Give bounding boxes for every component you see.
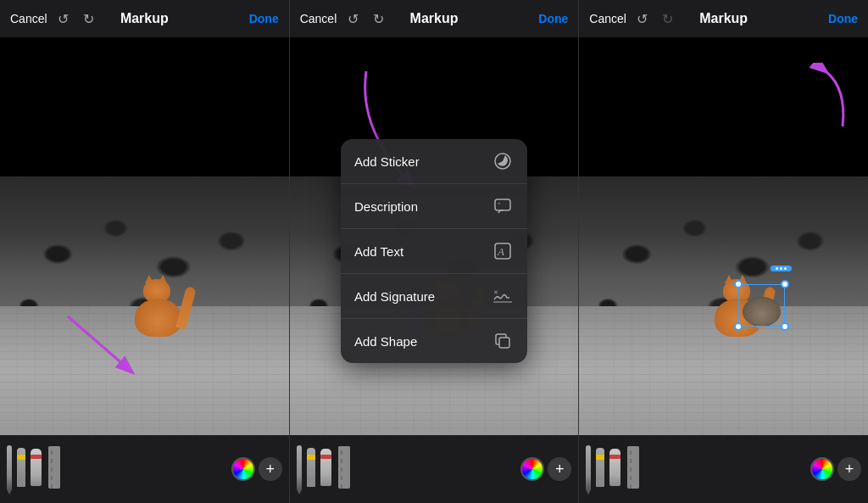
text-icon: A	[492, 240, 514, 262]
handle-br[interactable]	[781, 322, 789, 331]
tool-thin-pen-1[interactable]	[7, 445, 12, 493]
tool-ruler-2[interactable]	[338, 446, 350, 492]
color-wheel-3[interactable]	[810, 457, 834, 481]
handle-tl[interactable]	[734, 280, 743, 288]
handle-tr[interactable]	[781, 280, 789, 288]
add-signature-label: Add Signature	[354, 289, 435, 304]
bowl-shape	[743, 297, 781, 327]
tool-thin-pen-3[interactable]	[586, 445, 591, 493]
tool-marker-yellow-2[interactable]	[307, 448, 315, 490]
menu-item-add-signature[interactable]: Add Signature ✕	[341, 274, 527, 319]
panel-2: Cancel ↺ ↻ Markup Done	[290, 0, 580, 503]
shape-context-menu-btn[interactable]	[771, 265, 792, 271]
cancel-button-1[interactable]: Cancel	[10, 12, 47, 25]
add-text-label: Add Text	[354, 244, 403, 259]
toolbar-1: +	[0, 435, 289, 503]
redo-icon-1[interactable]: ↻	[80, 9, 98, 28]
cancel-button-3[interactable]: Cancel	[589, 12, 626, 25]
menu-item-add-sticker[interactable]: Add Sticker	[341, 139, 527, 184]
svg-text:A: A	[497, 245, 504, 258]
add-shape-label: Add Shape	[354, 334, 417, 349]
done-button-1[interactable]: Done	[249, 12, 279, 25]
topbar-1: Cancel ↺ ↻ Markup Done	[0, 0, 289, 37]
tool-thin-pen-2[interactable]	[297, 445, 302, 493]
topbar-title-1: Markup	[120, 11, 169, 26]
shape-icon	[492, 330, 514, 352]
signature-icon: ✕	[492, 285, 514, 307]
svg-text:✕: ✕	[493, 289, 498, 295]
cat-photo-3	[579, 176, 868, 435]
toolbar-3: +	[579, 435, 868, 503]
color-wheel-1[interactable]	[231, 457, 255, 481]
undo-icon-1[interactable]: ↺	[54, 9, 73, 28]
svg-rect-25	[627, 446, 639, 489]
description-label: Description	[354, 199, 418, 214]
menu-item-add-text[interactable]: Add Text A	[341, 229, 527, 274]
topbar-2: Cancel ↺ ↻ Markup Done	[290, 0, 579, 37]
quote-icon: "	[492, 195, 514, 217]
plus-button-1[interactable]: +	[259, 457, 282, 481]
svg-rect-2	[48, 446, 60, 489]
topbar-3: Cancel ↺ ↻ Markup Done	[579, 0, 868, 37]
topbar-title-3: Markup	[699, 11, 748, 26]
redo-icon-2[interactable]: ↻	[369, 9, 387, 28]
image-area-3	[579, 37, 868, 435]
image-area-1	[0, 37, 289, 435]
tool-marker-yellow-1[interactable]	[17, 448, 25, 490]
toolbar-2: +	[290, 435, 579, 503]
sticker-icon	[492, 150, 514, 172]
tool-marker-red-3[interactable]	[609, 449, 620, 489]
topbar-title-2: Markup	[410, 11, 459, 26]
svg-rect-18	[338, 446, 350, 489]
image-area-2: Add Sticker Description "	[290, 37, 579, 435]
done-button-2[interactable]: Done	[538, 12, 568, 25]
svg-rect-17	[499, 338, 509, 348]
panel-1: Cancel ↺ ↻ Markup Done	[0, 0, 290, 503]
menu-item-description[interactable]: Description "	[341, 184, 527, 229]
undo-icon-2[interactable]: ↺	[343, 9, 362, 28]
done-button-3[interactable]: Done	[828, 12, 858, 25]
dropdown-menu: Add Sticker Description "	[341, 139, 527, 363]
color-wheel-2[interactable]	[520, 457, 544, 481]
menu-item-add-shape[interactable]: Add Shape	[341, 319, 527, 363]
redo-icon-3[interactable]: ↻	[659, 9, 677, 28]
undo-icon-3[interactable]: ↺	[633, 9, 652, 28]
cancel-button-2[interactable]: Cancel	[300, 12, 337, 25]
tool-ruler-1[interactable]	[48, 446, 60, 492]
tool-marker-red-1[interactable]	[31, 449, 42, 489]
cat-photo-1	[0, 176, 289, 435]
panel-3: Cancel ↺ ↻ Markup Done	[579, 0, 868, 503]
svg-text:": "	[498, 201, 501, 210]
handle-bl[interactable]	[734, 322, 743, 331]
add-sticker-label: Add Sticker	[354, 154, 420, 169]
tool-ruler-3[interactable]	[627, 446, 639, 492]
tool-marker-red-2[interactable]	[320, 449, 331, 489]
shape-selection-container	[738, 284, 785, 327]
cat-figure-1	[126, 290, 186, 337]
plus-button-2[interactable]: +	[548, 457, 571, 481]
tool-marker-yellow-3[interactable]	[596, 448, 604, 490]
plus-button-3[interactable]: +	[837, 457, 861, 481]
